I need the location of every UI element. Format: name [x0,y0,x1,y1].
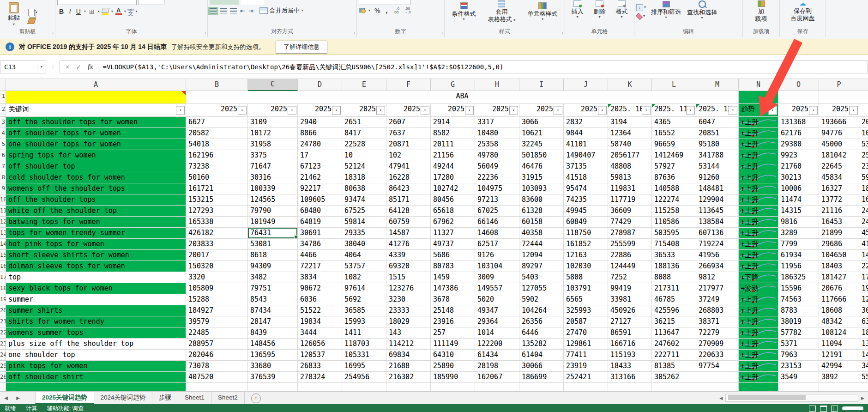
underline-button[interactable]: U [74,7,83,16]
trend-cell[interactable]: ↑上升 [739,339,778,350]
cell[interactable]: 94309 [248,261,298,272]
cell[interactable]: 41101 [564,139,608,150]
year-column-header[interactable]: 2025▾ [475,104,519,117]
cell[interactable]: 166716 [608,339,652,350]
cell[interactable]: 3375 [248,150,298,161]
keyword-cell[interactable]: off shoulder tops for women [6,128,186,139]
cell[interactable]: 8417 [342,128,386,139]
cell[interactable]: 50160 [186,172,248,183]
cell[interactable]: 14608 [475,228,519,239]
cell[interactable]: 113645 [696,206,739,217]
cell[interactable]: 21688 [386,361,431,372]
cell[interactable]: 16552 [652,128,696,139]
trend-cell[interactable]: ↔波动 [739,283,778,294]
fill-color-button[interactable] [101,7,110,16]
year-column-header[interactable]: 2025▾ [859,104,868,117]
cell[interactable]: 20111 [431,139,475,150]
align-right-button[interactable] [230,8,237,13]
cell[interactable]: 110586 [652,217,696,228]
cell[interactable] [186,383,248,391]
cell[interactable]: 5403 [519,272,564,283]
cell[interactable]: 22645 [819,161,859,172]
cell[interactable]: 305262 [652,372,696,383]
cell[interactable] [342,383,386,391]
cell[interactable]: 4064 [342,250,386,261]
keyword-cell[interactable]: off shoulder shirt [6,372,186,383]
cell[interactable]: 1014 [475,327,519,339]
cell[interactable]: 37135 [564,161,608,172]
cell[interactable]: 6334 [859,316,868,327]
cell[interactable]: 99419 [608,283,652,294]
cell[interactable]: 3444 [298,327,342,339]
cell[interactable]: 1250 [859,294,868,305]
cell[interactable]: 254956 [342,372,386,383]
keyword-cell[interactable]: plus size off the shoulder top [6,339,186,350]
trend-cell[interactable]: ↑上升 [739,316,778,327]
cell[interactable]: 49780 [475,150,519,161]
row-header[interactable]: 26 [0,372,6,383]
cell[interactable]: 81385 [652,361,696,372]
cell[interactable]: 95474 [564,183,608,194]
cell[interactable]: 31915 [519,172,564,183]
percent-style-button[interactable]: % [373,7,381,14]
cell[interactable]: 3063 [859,305,868,316]
cell[interactable]: 103791 [564,283,608,294]
trend-cell[interactable]: ↑上升 [739,161,778,172]
keyword-cell[interactable]: womens summer tops [6,327,186,339]
italic-button[interactable]: I [67,7,73,16]
paste-button[interactable]: 粘贴 ▾ [2,2,26,26]
cell[interactable]: 48342 [819,316,859,327]
cell[interactable]: 59814 [342,217,386,228]
row-header[interactable]: 4 [0,128,6,139]
cell[interactable]: 14587 [386,228,431,239]
keyword-cell[interactable]: off shoulder top [6,161,186,172]
filter-dropdown-icon[interactable]: ▾ [768,106,777,115]
cell[interactable]: 1392 [859,339,868,350]
sheet-tab-2025关键词趋势[interactable]: 2025关键词趋势 [35,392,94,404]
cancel-entry-icon[interactable]: × [63,63,72,71]
cell-styles-button[interactable]: 单元格样式 ▾ [525,1,560,22]
cell[interactable]: 123276 [386,283,431,294]
dialog-launcher-icon[interactable]: ⌟ [204,30,206,35]
cell[interactable]: 47941 [386,161,431,172]
cell[interactable]: 46785 [652,294,696,305]
hscroll-left-icon[interactable]: ◀ [717,394,724,402]
cell[interactable]: 33680 [248,361,298,372]
cell[interactable]: 21760 [778,161,819,172]
cell[interactable]: 74235 [564,194,608,206]
keyword-cell[interactable]: summer shirts [6,305,186,316]
cell[interactable]: 1421 [859,350,868,361]
cell[interactable]: 11474 [778,194,819,206]
dialog-launcher-icon[interactable]: ⌟ [561,30,563,35]
cell[interactable]: 181427 [819,272,859,283]
cell[interactable]: 91260 [696,172,739,183]
column-header-H[interactable]: H [475,79,519,91]
view-page-break-icon[interactable] [831,406,838,412]
cell[interactable]: 3549 [778,372,819,383]
cell[interactable]: 22528 [342,139,386,150]
cell[interactable]: 79751 [248,283,298,294]
cell[interactable]: 80783 [431,261,475,272]
cell[interactable]: 105809 [186,283,248,294]
cell[interactable]: 2607 [386,117,431,128]
cell[interactable] [475,383,519,391]
filter-dropdown-icon[interactable]: ▾ [238,106,247,115]
year-column-header[interactable]: 2025▾ [342,104,386,117]
cell[interactable]: 143 [386,327,431,339]
cell[interactable]: 21116 [819,206,859,217]
cell[interactable]: 46476 [519,161,564,172]
row-header[interactable]: 10 [0,194,6,206]
cell[interactable]: 1866 [859,183,868,194]
cell[interactable]: 10621 [519,128,564,139]
cell[interactable]: 64819 [298,217,342,228]
cell[interactable]: 4513 [859,228,868,239]
hscroll-right-icon[interactable]: ▶ [859,394,866,402]
cell[interactable]: 104264 [519,305,564,316]
cell[interactable]: 140588 [652,183,696,194]
cell[interactable]: 2651 [342,117,386,128]
trend-cell[interactable]: ↑上升 [739,217,778,228]
cell[interactable]: 25890 [431,361,475,372]
cell[interactable]: 9844 [564,128,608,139]
row-header[interactable]: 14 [0,239,6,250]
cell[interactable]: 4130 [859,239,868,250]
